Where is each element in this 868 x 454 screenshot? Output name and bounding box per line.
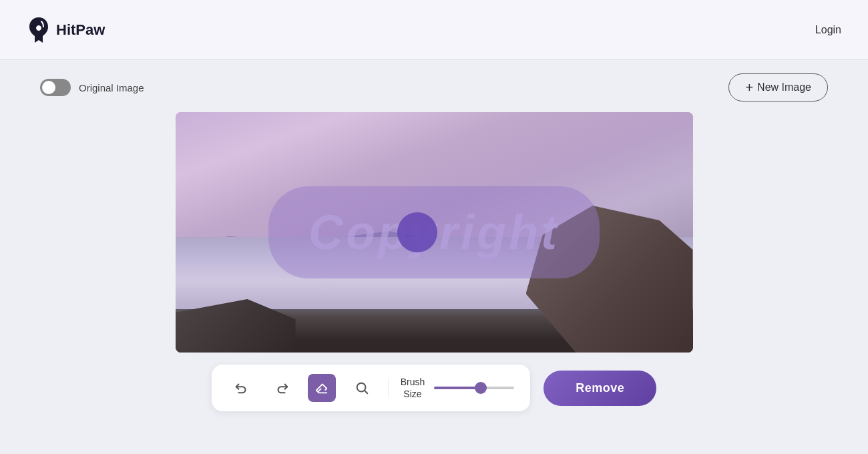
undo-icon	[234, 381, 249, 395]
redo-button[interactable]	[268, 374, 296, 402]
new-image-label: New Image	[757, 81, 811, 93]
tools-panel: BrushSize	[212, 365, 531, 411]
logo-text: HitPaw	[56, 21, 105, 39]
undo-button[interactable]	[228, 374, 256, 402]
eraser-button[interactable]	[308, 374, 336, 402]
login-button[interactable]: Login	[815, 24, 841, 36]
image-canvas[interactable]: Copyright	[176, 112, 693, 353]
watermark-overlay: Copyright	[268, 186, 600, 278]
image-toolbar: Original Image + New Image	[40, 73, 828, 101]
new-image-button[interactable]: + New Image	[728, 73, 828, 101]
plus-icon: +	[745, 81, 753, 94]
brush-size-slider[interactable]	[434, 387, 514, 389]
main-content: Original Image + New Image Copyright	[0, 60, 868, 425]
brush-cursor	[397, 212, 437, 252]
bottom-toolbar: BrushSize Remove	[40, 365, 828, 411]
hitpaw-logo-icon	[27, 16, 51, 44]
divider	[388, 378, 389, 398]
brush-size-section: BrushSize	[401, 376, 515, 400]
original-image-toggle[interactable]	[40, 79, 71, 96]
svg-line-1	[365, 391, 367, 393]
brush-size-label: BrushSize	[401, 376, 425, 400]
redo-icon	[274, 381, 289, 395]
logo: HitPaw	[27, 16, 105, 44]
zoom-button[interactable]	[348, 374, 376, 402]
toggle-section: Original Image	[40, 79, 144, 96]
toggle-label: Original Image	[79, 82, 144, 93]
header: HitPaw Login	[0, 0, 868, 60]
eraser-icon	[314, 381, 329, 395]
search-icon	[355, 381, 369, 395]
remove-button[interactable]: Remove	[544, 371, 656, 406]
